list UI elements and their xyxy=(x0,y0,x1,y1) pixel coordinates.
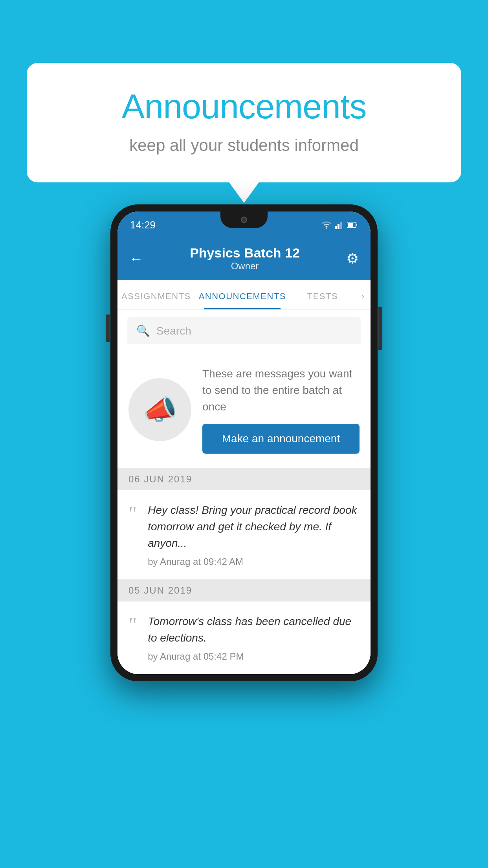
search-container: 🔍 Search xyxy=(117,310,371,351)
prompt-right: These are messages you want to send to t… xyxy=(202,366,360,454)
search-icon: 🔍 xyxy=(136,324,150,337)
svg-rect-0 xyxy=(335,226,337,229)
app-header: ← Physics Batch 12 Owner ⚙ xyxy=(117,238,371,280)
prompt-description: These are messages you want to send to t… xyxy=(202,366,360,415)
svg-rect-4 xyxy=(348,223,353,227)
bubble-title: Announcements xyxy=(58,86,430,127)
status-bar: 14:29 xyxy=(117,211,371,238)
settings-icon[interactable]: ⚙ xyxy=(346,250,359,267)
notch-cutout xyxy=(220,211,268,228)
battery-icon xyxy=(347,221,358,228)
tab-assignments[interactable]: ASSIGNMENTS xyxy=(117,280,195,309)
phone-outer: 14:29 xyxy=(110,204,378,681)
date-separator-1: 06 JUN 2019 xyxy=(117,468,371,490)
date-separator-2: 05 JUN 2019 xyxy=(117,579,371,601)
quote-icon-2: " xyxy=(128,615,137,635)
tabs-bar: ASSIGNMENTS ANNOUNCEMENTS TESTS › xyxy=(117,280,371,310)
search-bar[interactable]: 🔍 Search xyxy=(127,317,361,344)
tab-announcements[interactable]: ANNOUNCEMENTS xyxy=(195,280,290,309)
header-center: Physics Batch 12 Owner xyxy=(190,245,300,272)
svg-rect-1 xyxy=(338,224,339,229)
batch-subtitle: Owner xyxy=(190,261,300,272)
quote-icon-1: " xyxy=(128,504,137,524)
status-time: 14:29 xyxy=(130,219,156,231)
back-button[interactable]: ← xyxy=(129,250,143,267)
svg-rect-5 xyxy=(356,224,357,226)
phone-screen: 14:29 xyxy=(117,211,371,674)
batch-title: Physics Batch 12 xyxy=(190,245,300,261)
announcement-content-2: Tomorrow's class has been cancelled due … xyxy=(148,613,360,662)
bubble-subtitle: keep all your students informed xyxy=(58,136,430,155)
announcement-text-2: Tomorrow's class has been cancelled due … xyxy=(148,613,360,646)
date-label-2: 05 JUN 2019 xyxy=(128,585,192,596)
announcement-content-1: Hey class! Bring your practical record b… xyxy=(148,502,360,567)
signal-icon xyxy=(335,221,344,229)
svg-rect-2 xyxy=(340,222,342,229)
speech-bubble-section: Announcements keep all your students inf… xyxy=(27,63,461,182)
make-announcement-button[interactable]: Make an announcement xyxy=(202,424,360,454)
search-placeholder: Search xyxy=(156,325,191,337)
megaphone-circle: 📣 xyxy=(128,378,191,441)
announcement-prompt: 📣 These are messages you want to send to… xyxy=(117,351,371,468)
phone-wrapper: 14:29 xyxy=(110,204,378,681)
announcement-meta-1: by Anurag at 09:42 AM xyxy=(148,556,360,567)
tab-tests[interactable]: TESTS xyxy=(290,280,355,309)
announcement-item-1[interactable]: " Hey class! Bring your practical record… xyxy=(117,490,371,579)
date-label-1: 06 JUN 2019 xyxy=(128,474,192,484)
announcement-meta-2: by Anurag at 05:42 PM xyxy=(148,651,360,662)
speech-bubble: Announcements keep all your students inf… xyxy=(27,63,461,182)
announcement-text-1: Hey class! Bring your practical record b… xyxy=(148,502,360,552)
status-icons xyxy=(321,221,358,229)
wifi-icon xyxy=(321,221,332,229)
announcement-item-2[interactable]: " Tomorrow's class has been cancelled du… xyxy=(117,601,371,674)
camera-dot xyxy=(241,217,247,223)
tab-more[interactable]: › xyxy=(355,280,371,309)
megaphone-icon: 📣 xyxy=(143,394,177,426)
